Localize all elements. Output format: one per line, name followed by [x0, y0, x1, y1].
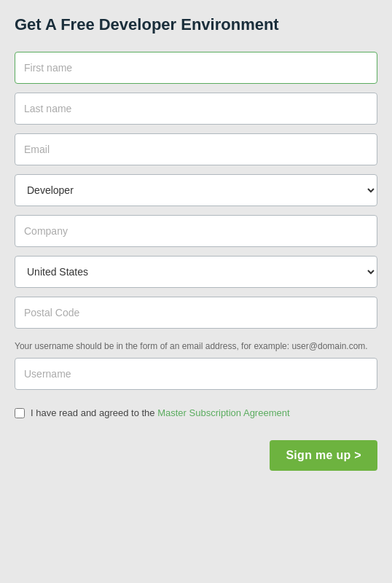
username-helper-text: Your username should be in the form of a…: [15, 340, 377, 353]
first-name-input[interactable]: [15, 52, 377, 84]
role-select[interactable]: Developer Architect Manager Student Othe…: [15, 174, 377, 206]
email-input[interactable]: [15, 133, 377, 165]
button-row: Sign me up >: [15, 440, 377, 471]
page-container: Get A Free Developer Environment Develop…: [0, 0, 392, 583]
agreement-checkbox[interactable]: [15, 408, 25, 418]
company-input[interactable]: [15, 215, 377, 247]
last-name-input[interactable]: [15, 93, 377, 125]
country-select[interactable]: United States Canada United Kingdom Aust…: [15, 256, 377, 288]
agreement-label: I have read and agreed to the Master Sub…: [31, 407, 290, 418]
signup-form: Developer Architect Manager Student Othe…: [15, 52, 377, 472]
sign-up-button[interactable]: Sign me up >: [270, 440, 377, 471]
agreement-link[interactable]: Master Subscription Agreement: [157, 407, 289, 418]
postal-code-input[interactable]: [15, 297, 377, 329]
agreement-row: I have read and agreed to the Master Sub…: [15, 407, 377, 418]
page-title: Get A Free Developer Environment: [15, 15, 377, 36]
username-input[interactable]: [15, 358, 377, 390]
